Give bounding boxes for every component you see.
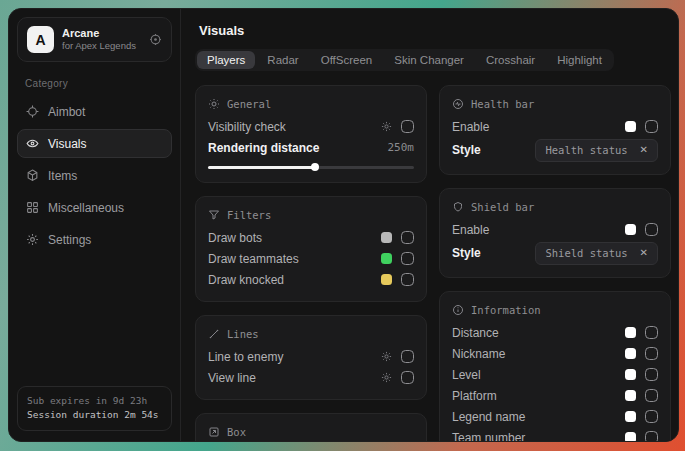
app-window: A Arcane for Apex Legends Category Aimbo…: [8, 8, 679, 442]
shield-enable-checkbox[interactable]: [645, 223, 658, 236]
sidebar-item-visuals[interactable]: Visuals: [17, 129, 172, 158]
color-swatch[interactable]: [625, 327, 636, 338]
color-swatch[interactable]: [381, 232, 392, 243]
color-swatch[interactable]: [625, 390, 636, 401]
subscription-info: Sub expires in 9d 23h Session duration 2…: [17, 386, 172, 431]
setting-row-level: Level: [452, 364, 658, 385]
brand-name: Arcane: [62, 27, 141, 41]
color-swatch[interactable]: [625, 369, 636, 380]
panel-title: Shield bar: [471, 201, 534, 213]
panel-health-bar: Health bar Enable Style Health status: [439, 85, 671, 175]
category-label: Category: [25, 78, 172, 89]
emblem-icon[interactable]: [149, 33, 162, 46]
box-icon: [208, 426, 220, 438]
shield-style-select[interactable]: Shield status: [535, 242, 658, 265]
eye-icon: [26, 137, 39, 150]
slider-thumb[interactable]: [311, 163, 319, 171]
setting-row-draw-knocked: Draw knocked: [208, 269, 414, 290]
panel-title: Health bar: [471, 98, 534, 110]
health-enable-checkbox[interactable]: [645, 120, 658, 133]
platform-checkbox[interactable]: [645, 389, 658, 402]
tab-players[interactable]: Players: [197, 51, 255, 69]
panel-lines: Lines Line to enemy View line: [195, 315, 427, 400]
panel-general: General Visibility check Rendering dista…: [195, 85, 427, 183]
diagonal-line-icon: [208, 328, 220, 340]
clear-icon[interactable]: [640, 248, 648, 258]
color-swatch[interactable]: [381, 274, 392, 285]
funnel-icon: [208, 209, 220, 221]
rendering-distance-value: 250m: [388, 141, 415, 154]
color-swatch[interactable]: [625, 432, 636, 441]
setting-row-distance: Distance: [452, 322, 658, 343]
sidebar-item-items[interactable]: Items: [17, 161, 172, 190]
setting-row-health-style: Style Health status: [452, 137, 658, 163]
options-gear-icon[interactable]: [381, 351, 392, 362]
sidebar-item-miscellaneous[interactable]: Miscellaneous: [17, 193, 172, 222]
tab-bar: Players Radar OffScreen Skin Changer Cro…: [195, 49, 614, 71]
setting-row-line-to-enemy: Line to enemy: [208, 346, 414, 367]
sub-expires-text: Sub expires in 9d 23h: [27, 394, 162, 409]
health-icon: [452, 98, 464, 110]
slider-fill: [208, 166, 315, 169]
sidebar: A Arcane for Apex Legends Category Aimbo…: [9, 9, 181, 441]
rendering-distance-slider[interactable]: [208, 163, 414, 171]
color-swatch[interactable]: [381, 253, 392, 264]
level-checkbox[interactable]: [645, 368, 658, 381]
info-icon: [452, 304, 464, 316]
page-title: Visuals: [199, 23, 666, 38]
sidebar-item-label: Aimbot: [48, 105, 85, 119]
setting-label: Enable: [452, 120, 489, 134]
session-duration-text: Session duration 2m 54s: [27, 408, 162, 423]
view-line-checkbox[interactable]: [401, 371, 414, 384]
health-style-select[interactable]: Health status: [535, 139, 658, 162]
tab-highlight[interactable]: Highlight: [547, 51, 612, 69]
sidebar-item-settings[interactable]: Settings: [17, 225, 172, 254]
gear-icon: [26, 233, 39, 246]
brand-text: Arcane for Apex Legends: [62, 27, 141, 53]
nickname-checkbox[interactable]: [645, 347, 658, 360]
sidebar-item-label: Items: [48, 169, 77, 183]
legend-name-checkbox[interactable]: [645, 410, 658, 423]
color-swatch[interactable]: [625, 224, 636, 235]
draw-bots-checkbox[interactable]: [401, 231, 414, 244]
tab-crosshair[interactable]: Crosshair: [476, 51, 545, 69]
grid-icon: [26, 201, 39, 214]
setting-label: Platform: [452, 389, 497, 403]
panel-title: Lines: [227, 328, 259, 340]
setting-label: Team number: [452, 431, 525, 442]
tab-skin-changer[interactable]: Skin Changer: [384, 51, 474, 69]
setting-row-shield-style: Style Shield status: [452, 240, 658, 266]
panel-title: Filters: [227, 209, 271, 221]
cube-icon: [26, 169, 39, 182]
shield-icon: [452, 201, 464, 213]
line-to-enemy-checkbox[interactable]: [401, 350, 414, 363]
sidebar-item-aimbot[interactable]: Aimbot: [17, 97, 172, 126]
select-value: Shield status: [545, 247, 627, 259]
options-gear-icon[interactable]: [381, 121, 392, 132]
setting-row-draw-bots: Draw bots: [208, 227, 414, 248]
select-value: Health status: [545, 144, 627, 156]
draw-knocked-checkbox[interactable]: [401, 273, 414, 286]
setting-label: Style: [452, 143, 481, 157]
setting-row-visibility-check: Visibility check: [208, 116, 414, 137]
draw-teammates-checkbox[interactable]: [401, 252, 414, 265]
tab-radar[interactable]: Radar: [257, 51, 308, 69]
setting-row-legend-name: Legend name: [452, 406, 658, 427]
right-column: Health bar Enable Style Health status: [439, 85, 671, 441]
distance-checkbox[interactable]: [645, 326, 658, 339]
sidebar-item-label: Miscellaneous: [48, 201, 124, 215]
panel-information: Information Distance Nickname Level: [439, 291, 671, 441]
clear-icon[interactable]: [640, 145, 648, 155]
setting-row-health-enable: Enable: [452, 116, 658, 137]
app-logo: A: [27, 26, 54, 53]
team-number-checkbox[interactable]: [645, 431, 658, 441]
tab-offscreen[interactable]: OffScreen: [311, 51, 383, 69]
options-gear-icon[interactable]: [381, 372, 392, 383]
color-swatch[interactable]: [625, 121, 636, 132]
setting-row-rendering-distance: Rendering distance 250m: [208, 137, 414, 158]
color-swatch[interactable]: [625, 411, 636, 422]
color-swatch[interactable]: [625, 348, 636, 359]
setting-label: Draw bots: [208, 231, 262, 245]
visibility-check-checkbox[interactable]: [401, 120, 414, 133]
setting-row-draw-teammates: Draw teammates: [208, 248, 414, 269]
